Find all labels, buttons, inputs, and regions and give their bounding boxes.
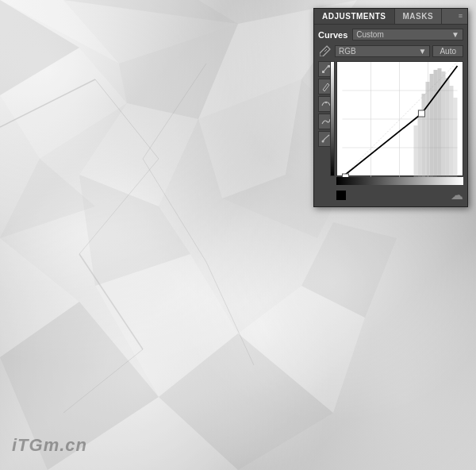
svg-line-0	[324, 49, 327, 52]
svg-rect-24	[419, 110, 425, 117]
black-point-button[interactable]	[336, 191, 346, 200]
panel-body: Curves Custom ▼ RGB ▼ Auto	[314, 25, 467, 206]
svg-rect-19	[438, 68, 442, 177]
svg-rect-25	[343, 174, 349, 177]
svg-line-3	[328, 83, 329, 85]
adjustments-panel: ADJUSTMENTS MASKS ≡ Curves Custom ▼ RGB …	[313, 8, 468, 207]
svg-rect-17	[430, 74, 434, 177]
panel-menu-button[interactable]: ≡	[454, 9, 467, 24]
channel-arrow-icon: ▼	[419, 47, 427, 56]
panel-header: ADJUSTMENTS MASKS ≡	[314, 9, 467, 25]
channel-dropdown[interactable]: RGB ▼	[335, 45, 430, 57]
curves-graph[interactable]	[336, 61, 463, 176]
curves-graph-container: ☁	[336, 61, 463, 202]
fold-10	[63, 0, 238, 24]
svg-point-4	[325, 102, 327, 103]
svg-rect-16	[426, 82, 430, 177]
fold-4	[0, 159, 95, 238]
svg-rect-14	[418, 110, 422, 177]
channel-value: RGB	[339, 47, 356, 56]
cloud-icon: ☁	[451, 187, 463, 202]
svg-rect-15	[422, 94, 426, 177]
svg-rect-13	[414, 125, 418, 177]
curves-area: ☁	[318, 61, 463, 202]
preset-dropdown[interactable]: Custom ▼	[352, 29, 463, 40]
bottom-controls: ☁	[336, 187, 463, 202]
tab-masks[interactable]: MASKS	[395, 9, 443, 24]
auto-button[interactable]: Auto	[432, 45, 463, 57]
channel-row: RGB ▼ Auto	[318, 44, 463, 58]
eyedropper-icon[interactable]	[318, 44, 332, 58]
gradient-bar-left	[330, 61, 335, 176]
watermark: iTGm.cn	[12, 435, 87, 456]
svg-rect-21	[446, 78, 450, 177]
gradient-bar-bottom	[336, 177, 463, 185]
tab-adjustments[interactable]: ADJUSTMENTS	[314, 9, 395, 24]
curves-header: Curves Custom ▼	[318, 29, 463, 40]
preset-arrow-icon: ▼	[451, 30, 459, 39]
preset-value: Custom	[356, 30, 383, 39]
curves-label: Curves	[318, 30, 347, 40]
svg-rect-18	[434, 70, 438, 177]
svg-point-5	[322, 141, 324, 143]
svg-rect-22	[450, 86, 454, 177]
svg-rect-23	[454, 98, 458, 177]
